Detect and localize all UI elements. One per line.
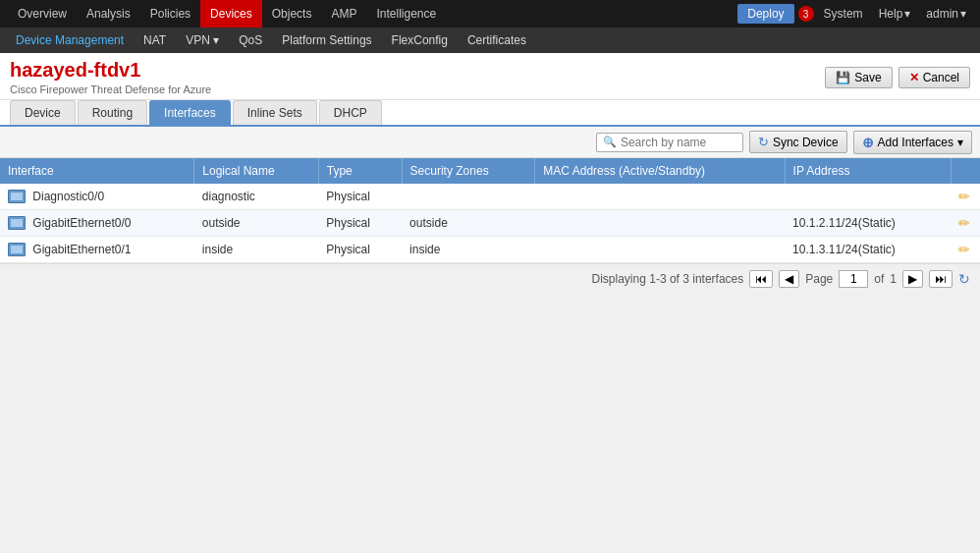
tab-inline-sets[interactable]: Inline Sets <box>233 100 317 125</box>
col-mac-address: MAC Address (Active/Standby) <box>535 158 785 184</box>
cell-ip-2: 10.1.3.11/24(Static) <box>785 237 951 263</box>
save-icon: 💾 <box>836 71 850 84</box>
tab-interfaces[interactable]: Interfaces <box>149 100 231 125</box>
interfaces-table-container: Interface Logical Name Type Security Zon… <box>0 158 980 263</box>
nav-overview[interactable]: Overview <box>8 0 77 28</box>
cell-logical-name-1: outside <box>194 210 318 237</box>
edit-icon[interactable]: ✏ <box>958 215 970 231</box>
refresh-icon[interactable]: ↻ <box>958 271 970 287</box>
system-link[interactable]: System <box>818 7 869 21</box>
col-ip-address: IP Address <box>785 158 951 184</box>
interface-icon <box>8 243 26 256</box>
save-button[interactable]: 💾 Save <box>825 67 892 88</box>
cell-mac-0 <box>535 184 785 210</box>
subnav-qos[interactable]: QoS <box>231 30 270 50</box>
sub-navigation: Device Management NAT VPN QoS Platform S… <box>0 28 980 53</box>
col-logical-name: Logical Name <box>194 158 318 184</box>
page-header: hazayed-ftdv1 Cisco Firepower Threat Def… <box>0 53 980 100</box>
cell-mac-1 <box>535 210 785 237</box>
interface-icon <box>8 190 26 203</box>
cell-interface-0: Diagnostic0/0 <box>0 184 194 210</box>
next-page-button[interactable]: ▶ <box>902 270 923 288</box>
add-icon: ⊕ <box>862 135 874 150</box>
cell-type-2: Physical <box>318 237 402 263</box>
nav-objects[interactable]: Objects <box>262 0 322 28</box>
col-actions <box>951 158 980 184</box>
subnav-certificates[interactable]: Certificates <box>460 30 534 50</box>
cell-ip-1: 10.1.2.11/24(Static) <box>785 210 951 237</box>
subnav-flexconfig[interactable]: FlexConfig <box>384 30 456 50</box>
col-type: Type <box>318 158 402 184</box>
table-row: GigabitEthernet0/0 outside Physical outs… <box>0 210 980 237</box>
cell-edit-1[interactable]: ✏ <box>951 210 980 237</box>
cell-security-zones-0 <box>402 184 535 210</box>
add-dropdown-arrow: ▾ <box>957 136 963 149</box>
cell-logical-name-0: diagnostic <box>194 184 318 210</box>
edit-icon[interactable]: ✏ <box>958 189 970 204</box>
deploy-button[interactable]: Deploy <box>737 4 793 24</box>
alert-badge: 3 <box>798 6 814 22</box>
edit-icon[interactable]: ✏ <box>958 242 970 257</box>
cancel-icon: ✕ <box>909 71 919 84</box>
page-number-input[interactable] <box>839 270 868 288</box>
cell-interface-1: GigabitEthernet0/0 <box>0 210 194 237</box>
tab-bar: Device Routing Interfaces Inline Sets DH… <box>0 100 980 127</box>
footer: Displaying 1-3 of 3 interfaces ⏮ ◀ Page … <box>0 263 980 293</box>
admin-dropdown[interactable]: admin ▾ <box>920 7 972 21</box>
cancel-button[interactable]: ✕ Cancel <box>898 67 970 88</box>
cell-edit-2[interactable]: ✏ <box>951 237 980 263</box>
cell-edit-0[interactable]: ✏ <box>951 184 980 210</box>
tab-device[interactable]: Device <box>10 100 76 125</box>
interface-icon <box>8 216 26 230</box>
toolbar: 🔍 ↻ Sync Device ⊕ Add Interfaces ▾ <box>0 127 980 158</box>
tab-dhcp[interactable]: DHCP <box>319 100 382 125</box>
sync-icon: ↻ <box>758 135 769 149</box>
of-label: of <box>874 272 884 286</box>
cell-security-zones-1: outside <box>402 210 535 237</box>
subnav-platform-settings[interactable]: Platform Settings <box>274 30 379 50</box>
subnav-nat[interactable]: NAT <box>136 30 174 50</box>
display-count-text: Displaying 1-3 of 3 interfaces <box>592 272 744 286</box>
nav-intelligence[interactable]: Intelligence <box>366 0 446 28</box>
interfaces-table: Interface Logical Name Type Security Zon… <box>0 158 980 263</box>
sync-device-button[interactable]: ↻ Sync Device <box>749 131 847 153</box>
nav-policies[interactable]: Policies <box>140 0 200 28</box>
cell-logical-name-2: inside <box>194 237 318 263</box>
page-label: Page <box>805 272 833 286</box>
nav-analysis[interactable]: Analysis <box>77 0 140 28</box>
col-security-zones: Security Zones <box>402 158 535 184</box>
subnav-device-management[interactable]: Device Management <box>8 30 132 50</box>
first-page-button[interactable]: ⏮ <box>749 270 773 288</box>
nav-amp[interactable]: AMP <box>321 0 366 28</box>
search-icon: 🔍 <box>603 136 617 148</box>
top-navigation: Overview Analysis Policies Devices Objec… <box>0 0 980 28</box>
tab-routing[interactable]: Routing <box>78 100 147 125</box>
top-nav-right: Deploy 3 System Help ▾ admin ▾ <box>737 4 972 24</box>
cell-type-0: Physical <box>318 184 402 210</box>
search-input[interactable] <box>621 136 738 149</box>
subnav-vpn[interactable]: VPN <box>178 30 227 50</box>
cell-type-1: Physical <box>318 210 402 237</box>
table-header-row: Interface Logical Name Type Security Zon… <box>0 158 980 184</box>
col-interface: Interface <box>0 158 194 184</box>
cell-security-zones-2: inside <box>402 237 535 263</box>
prev-page-button[interactable]: ◀ <box>779 270 799 288</box>
page-subtitle: Cisco Firepower Threat Defense for Azure <box>10 83 211 95</box>
header-buttons: 💾 Save ✕ Cancel <box>825 67 970 88</box>
cell-mac-2 <box>535 237 785 263</box>
last-page-button[interactable]: ⏭ <box>929 270 953 288</box>
page-title: hazayed-ftdv1 <box>10 59 211 82</box>
search-box[interactable]: 🔍 <box>596 133 743 152</box>
help-dropdown[interactable]: Help ▾ <box>873 7 917 21</box>
cell-ip-0 <box>785 184 951 210</box>
table-row: Diagnostic0/0 diagnostic Physical ✏ <box>0 184 980 210</box>
total-pages: 1 <box>890 272 897 286</box>
cell-interface-2: GigabitEthernet0/1 <box>0 237 194 263</box>
nav-devices[interactable]: Devices <box>200 0 262 28</box>
table-row: GigabitEthernet0/1 inside Physical insid… <box>0 237 980 263</box>
add-interfaces-button[interactable]: ⊕ Add Interfaces ▾ <box>853 131 972 154</box>
